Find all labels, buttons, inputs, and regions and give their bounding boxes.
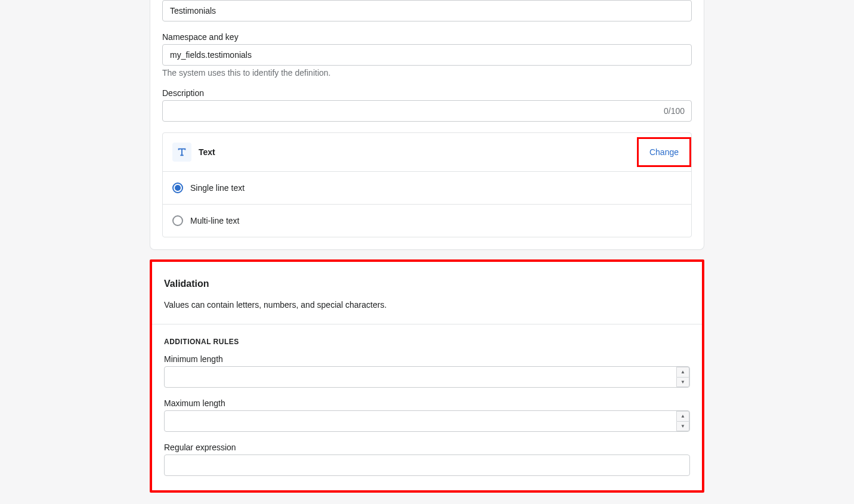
validation-body: ADDITIONAL RULES Minimum length ▲ ▼ Maxi… (152, 324, 702, 490)
description-label: Description (162, 88, 692, 98)
radio-indicator-single (172, 183, 183, 193)
radio-label-multi: Multi-line text (190, 216, 239, 225)
min-length-label: Minimum length (164, 354, 690, 364)
validation-top: Validation Values can contain letters, n… (152, 262, 702, 324)
content-type-name: Text (199, 147, 215, 157)
max-step-down[interactable]: ▼ (676, 421, 689, 432)
additional-rules-heading: ADDITIONAL RULES (164, 338, 690, 346)
namespace-help-text: The system uses this to identify the def… (162, 68, 692, 78)
validation-title: Validation (164, 279, 690, 289)
name-input[interactable] (162, 0, 692, 21)
description-input[interactable] (162, 100, 692, 122)
validation-card: Validation Values can contain letters, n… (150, 259, 704, 493)
regex-group: Regular expression (164, 443, 690, 476)
radio-indicator-multi (172, 215, 183, 226)
namespace-label: Namespace and key (162, 32, 692, 42)
max-step-up[interactable]: ▲ (676, 411, 689, 421)
regex-input[interactable] (164, 454, 690, 476)
namespace-field-group: Namespace and key The system uses this t… (162, 32, 692, 78)
change-highlight-box: Change (637, 137, 691, 167)
min-step-down[interactable]: ▼ (676, 377, 689, 388)
content-type-header-left: Text (172, 143, 215, 162)
min-step-up[interactable]: ▲ (676, 367, 689, 377)
text-type-icon (172, 143, 191, 162)
max-length-label: Maximum length (164, 398, 690, 408)
max-length-group: Maximum length ▲ ▼ (164, 398, 690, 432)
regex-label: Regular expression (164, 443, 690, 452)
radio-single-line[interactable]: Single line text (163, 172, 691, 205)
min-length-stepper: ▲ ▼ (676, 367, 689, 387)
validation-description: Values can contain letters, numbers, and… (164, 300, 690, 310)
min-length-input[interactable] (164, 366, 690, 388)
radio-label-single: Single line text (190, 183, 245, 193)
content-type-card: Text Change Single line text Multi-line … (162, 132, 692, 237)
min-length-group: Minimum length ▲ ▼ (164, 354, 690, 388)
definition-card: Namespace and key The system uses this t… (150, 0, 704, 250)
max-length-stepper: ▲ ▼ (676, 411, 689, 431)
content-type-header: Text Change (163, 133, 691, 172)
max-length-input[interactable] (164, 410, 690, 432)
change-type-button[interactable]: Change (649, 147, 679, 157)
radio-multi-line[interactable]: Multi-line text (163, 205, 691, 237)
name-field-group (162, 0, 692, 21)
namespace-input[interactable] (162, 44, 692, 66)
description-field-group: Description 0/100 (162, 88, 692, 122)
